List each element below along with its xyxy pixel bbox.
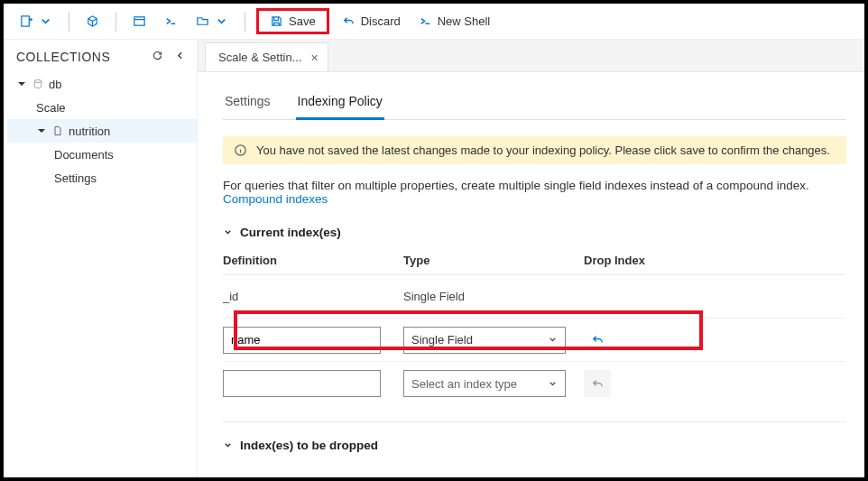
tree-scale-label: Scale: [36, 101, 66, 115]
tree-nutrition-label: nutrition: [69, 125, 110, 138]
database-icon: [32, 79, 43, 89]
chevron-down-icon: [548, 379, 558, 389]
chevron-down-icon: [548, 335, 558, 345]
section-indexes-to-drop[interactable]: Index(es) to be dropped: [223, 439, 846, 452]
close-icon[interactable]: ×: [311, 51, 319, 65]
tree-scale[interactable]: Scale: [7, 96, 197, 119]
tab-scale-settings[interactable]: Scale & Settin... ×: [205, 42, 328, 71]
toolbar-divider: [245, 12, 245, 32]
tree-documents-label: Documents: [54, 148, 114, 162]
tree-documents[interactable]: Documents: [7, 143, 197, 166]
th-definition: Definition: [223, 254, 403, 267]
index-row: _id Single Field: [223, 275, 845, 319]
def-cell: _id: [223, 290, 403, 303]
sidebar: COLLECTIONS db Scale nutrit: [4, 40, 198, 477]
tab-label: Scale & Settin...: [218, 51, 302, 64]
cube-icon: [86, 14, 99, 28]
toolbar: Save Discard New Shell: [4, 4, 864, 40]
type-select[interactable]: Select an index type: [403, 370, 566, 397]
help-prefix: For queries that filter on multiple prop…: [223, 179, 809, 192]
info-icon: [234, 143, 247, 157]
divider: [223, 421, 846, 422]
folder-icon: [196, 14, 209, 28]
help-text: For queries that filter on multiple prop…: [223, 179, 846, 206]
type-placeholder: Select an index type: [411, 377, 517, 391]
subtab-indexing-policy[interactable]: Indexing Policy: [296, 87, 384, 120]
definition-input[interactable]: [223, 370, 381, 397]
prompt-icon: [419, 14, 432, 28]
th-type: Type: [403, 254, 584, 267]
chevron-down-icon: [215, 14, 228, 28]
collapse-icon[interactable]: [174, 49, 186, 65]
chevron-down-icon: [223, 227, 233, 237]
tree-nutrition[interactable]: nutrition: [7, 119, 197, 143]
new-button[interactable]: [13, 10, 60, 32]
undo-icon: [342, 14, 356, 28]
new-shell-button[interactable]: New Shell: [411, 10, 498, 32]
revert-button[interactable]: [584, 327, 611, 354]
tree-db-label: db: [49, 78, 61, 91]
section1-label: Current index(es): [240, 226, 341, 239]
subtab-settings[interactable]: Settings: [223, 87, 272, 119]
discard-button[interactable]: Discard: [335, 10, 408, 32]
undo-icon: [591, 333, 605, 347]
th-drop: Drop Index: [584, 254, 692, 267]
prompt-icon: [164, 14, 178, 28]
type-cell: Single Field: [403, 290, 584, 303]
sidebar-title: COLLECTIONS: [16, 50, 110, 64]
tabstrip: Scale & Settin... ×: [198, 40, 864, 72]
type-value: Single Field: [411, 333, 473, 347]
refresh-icon[interactable]: [152, 49, 163, 65]
svg-point-2: [34, 80, 42, 83]
tree-settings-label: Settings: [54, 171, 97, 185]
chevron-down-icon: [223, 440, 233, 450]
new-icon: [20, 14, 33, 28]
tree-settings[interactable]: Settings: [7, 166, 197, 190]
svg-rect-0: [22, 16, 29, 26]
caret-down-icon: [36, 125, 47, 136]
tree-db[interactable]: db: [7, 72, 197, 96]
revert-button-disabled: [584, 370, 611, 397]
folder-button[interactable]: [189, 10, 235, 32]
document-icon: [52, 125, 63, 136]
save-icon: [270, 14, 283, 28]
save-label: Save: [289, 14, 316, 28]
svg-rect-1: [134, 17, 144, 25]
panel-icon: [133, 14, 146, 28]
index-row-new: Select an index type: [223, 362, 845, 405]
caret-down-icon: [16, 79, 27, 89]
index-row-editable: Single Field: [223, 319, 845, 362]
section2-label: Index(es) to be dropped: [240, 439, 378, 452]
panel-button[interactable]: [125, 10, 153, 32]
cube-button[interactable]: [78, 10, 106, 32]
save-button[interactable]: Save: [256, 8, 329, 34]
new-shell-label: New Shell: [438, 14, 491, 28]
definition-input[interactable]: [223, 327, 381, 354]
compound-indexes-link[interactable]: Compound indexes: [223, 192, 328, 206]
unsaved-banner: You have not saved the latest changes ma…: [223, 136, 846, 164]
section-current-indexes[interactable]: Current index(es): [223, 226, 846, 239]
shell-button[interactable]: [157, 10, 185, 32]
discard-label: Discard: [361, 14, 401, 28]
undo-icon: [591, 377, 605, 391]
chevron-down-icon: [39, 14, 52, 28]
type-select[interactable]: Single Field: [403, 327, 566, 354]
toolbar-divider: [115, 12, 116, 32]
banner-text: You have not saved the latest changes ma…: [256, 143, 830, 157]
toolbar-divider: [69, 12, 69, 32]
